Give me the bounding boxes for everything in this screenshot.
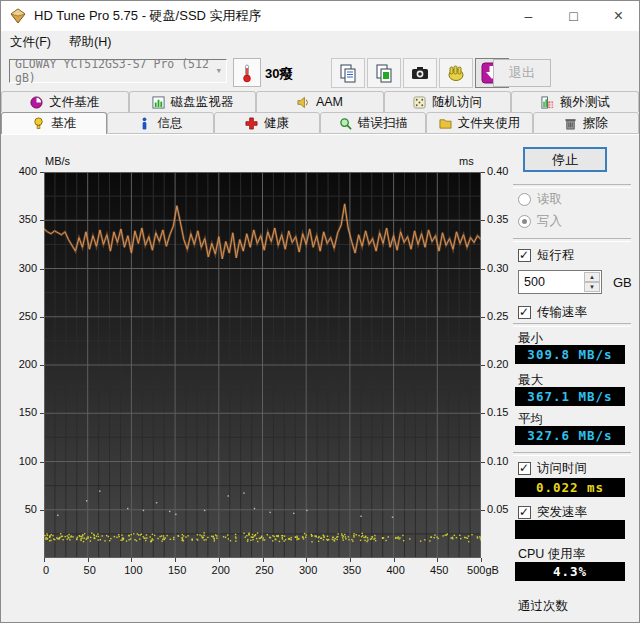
tick-mark xyxy=(40,220,44,221)
tick-mark xyxy=(88,558,89,562)
tick-mark xyxy=(131,558,132,562)
drive-selector[interactable]: GLOWAY YCT512GS3-S7 Pro (512 gB) ▾ xyxy=(9,59,227,83)
max-value-display: 367.1 MB/s xyxy=(515,387,625,406)
spin-up-button[interactable]: ▲ xyxy=(584,272,600,282)
menu-file[interactable]: 文件(F) xyxy=(1,31,60,54)
access-time-display: 0.022 ms xyxy=(515,478,625,497)
radio-read[interactable]: 读取 xyxy=(518,191,562,208)
tick-mark xyxy=(40,510,44,511)
spin-down-button[interactable]: ▼ xyxy=(584,282,600,292)
burst-rate-label: 突发速率 xyxy=(537,504,587,521)
tab-health[interactable]: 健康 xyxy=(214,112,320,134)
radio-write[interactable]: 写入 xyxy=(518,213,562,230)
hand-button[interactable] xyxy=(439,58,473,88)
x-tick-label: 150 xyxy=(155,564,199,576)
y-right-tick-label: 0.25 xyxy=(487,310,521,322)
benchmark-icon xyxy=(32,117,45,130)
radio-read-label: 读取 xyxy=(537,191,562,208)
access-time-label: 访问时间 xyxy=(537,460,587,477)
tab-row-upper: 文件基准 磁盘监视器 AAM 随机访问 xyxy=(1,91,639,112)
separator xyxy=(513,323,631,327)
tab-error-scan[interactable]: 错误扫描 xyxy=(320,112,426,134)
tab-label: 健康 xyxy=(264,115,289,132)
trash-icon xyxy=(564,117,577,130)
tab-label: 文件夹使用 xyxy=(458,115,521,132)
x-tick-label: 500gB xyxy=(461,564,505,576)
chevron-down-icon: ▾ xyxy=(215,64,222,77)
copy-image-icon xyxy=(374,63,394,83)
tab-file-benchmark[interactable]: 文件基准 xyxy=(1,91,129,112)
tab-extra-tests[interactable]: 额外测试 xyxy=(511,91,639,112)
tick-mark xyxy=(40,413,44,414)
tab-benchmark[interactable]: 基准 xyxy=(1,112,107,134)
separator xyxy=(513,238,631,242)
x-tick-label: 100 xyxy=(111,564,155,576)
camera-icon xyxy=(410,63,430,83)
x-tick-label: 0 xyxy=(24,564,68,576)
short-stroke-label: 短行程 xyxy=(537,247,575,264)
tick-mark xyxy=(44,558,45,562)
y-left-tick-label: 400 xyxy=(1,165,37,177)
access-time-checkbox[interactable]: 访问时间 xyxy=(518,460,587,477)
min-value-display: 309.8 MB/s xyxy=(515,345,625,364)
tab-label: 文件基准 xyxy=(49,94,99,111)
transfer-rate-label: 传输速率 xyxy=(537,304,587,321)
pass-count-label: 通过次数 xyxy=(518,598,568,615)
tick-mark xyxy=(481,269,485,270)
exit-button[interactable]: 退出 xyxy=(493,59,551,87)
window-title: HD Tune Pro 5.75 - 硬盘/SSD 实用程序 xyxy=(34,7,262,25)
copy-text-icon xyxy=(338,63,358,83)
tick-mark xyxy=(40,172,44,173)
x-tick-label: 50 xyxy=(68,564,112,576)
tick-mark xyxy=(481,220,485,221)
tab-label: 额外测试 xyxy=(560,94,610,111)
y-right-tick-label: 0.15 xyxy=(487,406,521,418)
tick-mark xyxy=(481,558,482,562)
tick-mark xyxy=(481,365,485,366)
y-left-tick-label: 50 xyxy=(1,503,37,515)
tick-mark xyxy=(40,317,44,318)
app-icon xyxy=(10,8,26,24)
tab-erase[interactable]: 擦除 xyxy=(533,112,639,134)
health-cross-icon xyxy=(245,117,258,130)
tab-info[interactable]: 信息 xyxy=(107,112,213,134)
tab-random-access[interactable]: 随机访问 xyxy=(384,91,512,112)
y-right-tick-label: 0.05 xyxy=(487,503,521,515)
transfer-rate-checkbox[interactable]: 传输速率 xyxy=(518,304,587,321)
checkbox-checked-icon xyxy=(518,506,531,519)
y-right-axis-unit: ms xyxy=(459,155,474,167)
capacity-spinner[interactable]: 500 ▲ ▼ xyxy=(518,270,602,294)
tab-label: 错误扫描 xyxy=(358,115,408,132)
y-right-tick-label: 0.40 xyxy=(487,165,521,177)
temperature-button[interactable] xyxy=(233,58,261,87)
radio-circle-icon xyxy=(518,193,531,206)
y-left-tick-label: 350 xyxy=(1,213,37,225)
menu-help[interactable]: 帮助(H) xyxy=(60,31,120,54)
temperature-value: 30癈 xyxy=(265,65,292,83)
disk-monitor-icon xyxy=(152,96,165,109)
radio-dot-icon xyxy=(518,215,531,228)
screenshot-button[interactable] xyxy=(403,58,437,88)
tab-aam[interactable]: AAM xyxy=(256,91,384,112)
extra-tests-icon xyxy=(541,96,554,109)
menu-bar: 文件(F) 帮助(H) xyxy=(1,31,639,54)
tab-disk-monitor[interactable]: 磁盘监视器 xyxy=(129,91,257,112)
short-stroke-checkbox[interactable]: 短行程 xyxy=(518,247,575,264)
dice-icon xyxy=(413,96,426,109)
burst-rate-checkbox[interactable]: 突发速率 xyxy=(518,504,587,521)
tab-folder-usage[interactable]: 文件夹使用 xyxy=(426,112,532,134)
capacity-value: 500 xyxy=(524,275,545,289)
copy-text-button[interactable] xyxy=(331,58,365,88)
x-tick-label: 200 xyxy=(199,564,243,576)
close-button[interactable]: × xyxy=(596,1,640,31)
file-benchmark-icon xyxy=(30,96,43,109)
tab-label: AAM xyxy=(316,95,343,109)
separator xyxy=(513,184,631,188)
hand-icon xyxy=(446,63,466,83)
copy-image-button[interactable] xyxy=(367,58,401,88)
tick-mark xyxy=(394,558,395,562)
maximize-button[interactable]: □ xyxy=(551,1,596,31)
avg-value-display: 327.6 MB/s xyxy=(515,426,625,445)
stop-button[interactable]: 停止 xyxy=(523,147,607,172)
minimize-button[interactable]: – xyxy=(506,1,551,31)
